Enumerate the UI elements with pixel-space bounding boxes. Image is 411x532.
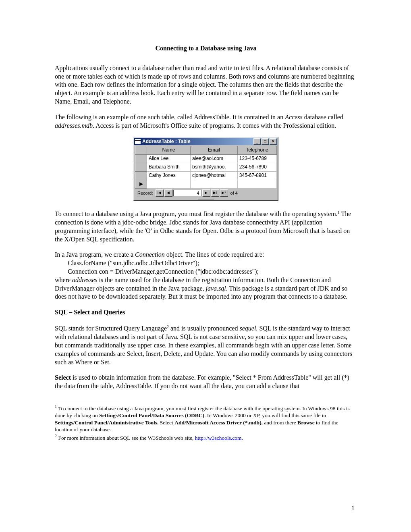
text: and is usually pronounced <box>169 325 240 332</box>
text: . In Windows 2000 or XP, you will find t… <box>204 412 326 418</box>
text: Select <box>158 420 174 426</box>
text-italic: Access <box>285 114 303 121</box>
text: . Access is part of Microsoft's Office s… <box>93 122 336 129</box>
data-table: Name Email Telephone Alice Lee alee@aol.… <box>135 146 277 189</box>
cell[interactable]: Alice Lee <box>147 154 191 163</box>
cell[interactable]: 234-56-7890 <box>237 163 276 171</box>
text: database called <box>303 114 343 121</box>
text-italic: addresses <box>72 276 98 283</box>
footnote: 2 For more information about SQL see the… <box>55 433 357 441</box>
page-title: Connecting to a Database using Java <box>55 44 357 53</box>
page-number: 1 <box>351 504 355 513</box>
text-bold: Settings/Control Panel/Data Sources (ODB… <box>99 412 204 418</box>
document-page: Connecting to a Database using Java Appl… <box>0 0 411 532</box>
code-line: Connection con = DriverManager.getConnec… <box>55 268 357 276</box>
cell[interactable]: cjones@hotmai <box>191 171 238 180</box>
window-titlebar: AddressTable : Table _ □ × <box>134 138 278 145</box>
window-title: AddressTable : Table <box>142 139 253 145</box>
text: where <box>55 276 72 283</box>
row-selector[interactable] <box>135 154 147 163</box>
minimize-button[interactable]: _ <box>253 138 261 145</box>
footnote: 1 To connect to the database using a Jav… <box>55 404 357 433</box>
close-button[interactable]: × <box>270 138 277 145</box>
row-selector[interactable] <box>135 171 147 180</box>
cell[interactable] <box>191 180 238 188</box>
cell[interactable]: Barbara Smith <box>147 163 191 171</box>
text: For more information about SQL see the W… <box>57 434 195 441</box>
column-header[interactable]: Telephone <box>237 146 276 155</box>
paragraph: Applications usually connect to a databa… <box>55 64 357 106</box>
table-row: Alice Lee alee@aol.com 123-45-6789 <box>135 154 277 163</box>
row-selector[interactable] <box>135 163 147 171</box>
row-selector-current[interactable]: ▶ <box>135 180 147 188</box>
table-row: Barbara Smith bsmith@yahoo. 234-56-7890 <box>135 163 277 171</box>
column-header[interactable]: Name <box>147 146 191 155</box>
footnotes: 1 To connect to the database using a Jav… <box>55 402 357 441</box>
paragraph: SQL stands for Structured Query Language… <box>55 324 357 366</box>
record-number-input[interactable]: 4 <box>173 190 201 196</box>
cell[interactable]: Cathy Jones <box>147 171 191 180</box>
cell[interactable]: 123-45-6789 <box>237 154 276 163</box>
new-record-button[interactable]: ▶* <box>220 189 228 197</box>
code-line: Class.forName ("sun.jdbc.odbc.JdbcOdbcDr… <box>55 259 357 268</box>
text-italic: java.sql <box>206 285 226 292</box>
text: and from there <box>263 420 297 426</box>
text: In a Java program, we create a <box>55 251 135 258</box>
cell[interactable]: alee@aol.com <box>191 154 238 163</box>
access-table-window: AddressTable : Table _ □ × Name Email Te… <box>133 137 278 201</box>
paragraph: To connect to a database using a Java pr… <box>55 210 357 244</box>
first-record-button[interactable]: I◀ <box>156 189 164 197</box>
paragraph: In a Java program, we create a Connectio… <box>55 251 357 259</box>
text-bold: Browse <box>297 420 315 426</box>
text-bold: Add/Microsoft Access Driver (*.mdb), <box>174 420 263 426</box>
text: object. The lines of code required are: <box>165 251 264 258</box>
cell[interactable] <box>237 180 276 188</box>
text-bold: Select <box>55 374 71 381</box>
section-heading: SQL – Select and Queries <box>55 308 357 317</box>
paragraph: Select is used to obtain information fro… <box>55 374 357 391</box>
resize-handle[interactable] <box>134 198 278 200</box>
prev-record-button[interactable]: ◀ <box>164 189 172 197</box>
row-selector-header[interactable] <box>135 146 147 155</box>
text: SQL stands for Structured Query Language <box>55 325 167 332</box>
text: is used to obtain information from the d… <box>55 374 349 389</box>
footnote-separator <box>55 402 119 402</box>
text: . <box>242 434 243 441</box>
table-row: Cathy Jones cjones@hotmai 345-67-8901 <box>135 171 277 180</box>
text-bold: Settings/Control Panel/Administrative To… <box>55 420 158 426</box>
table-header-row: Name Email Telephone <box>135 146 277 155</box>
maximize-button[interactable]: □ <box>262 138 269 145</box>
table-icon <box>135 139 141 144</box>
cell[interactable]: 345-67-8901 <box>237 171 276 180</box>
text-italic: Connection <box>135 251 165 258</box>
last-record-button[interactable]: ▶I <box>211 189 219 197</box>
footnote-link[interactable]: http://w3schools.com <box>195 434 242 441</box>
table-row-new: ▶ <box>135 180 277 188</box>
column-header[interactable]: Email <box>191 146 238 155</box>
text-italic: sequel. <box>240 325 258 332</box>
text: The following is an example of one such … <box>55 114 285 121</box>
text: To connect to a database using a Java pr… <box>55 210 338 217</box>
paragraph: The following is an example of one such … <box>55 113 357 130</box>
record-total: of 4 <box>229 190 239 196</box>
paragraph: where addresses is the name used for the… <box>55 276 357 301</box>
cell[interactable]: bsmith@yahoo. <box>191 163 238 171</box>
text-italic: addresses.mdb <box>55 122 93 129</box>
cell[interactable] <box>147 180 191 188</box>
record-label: Record: <box>136 190 155 196</box>
next-record-button[interactable]: ▶ <box>202 189 210 197</box>
record-navigator: Record: I◀ ◀ 4 ▶ ▶I ▶* of 4 <box>135 189 277 197</box>
window-body: Name Email Telephone Alice Lee alee@aol.… <box>134 145 278 198</box>
